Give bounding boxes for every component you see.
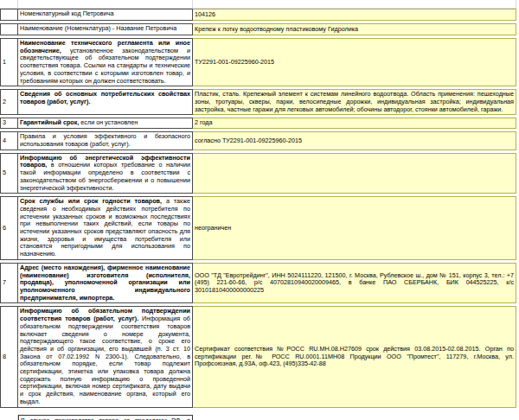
row-number-cell[interactable]: 7 xyxy=(0,263,18,304)
row-label-bold: Гарантийный срок, xyxy=(20,118,79,126)
table-row: 1 Наименование технического регламента и… xyxy=(0,38,519,86)
row-label-cell[interactable]: Наименование технического регламента или… xyxy=(18,38,193,86)
product-info-sheet: Номенклатурный код Петровича 104126 Наим… xyxy=(0,0,519,420)
row-label-text: Наименование (Номенклатура) - Название П… xyxy=(20,24,176,32)
footer-number-cell xyxy=(0,415,18,420)
table-row: 8 Информацию об обязательном подтвержден… xyxy=(0,306,519,407)
row-label-cell[interactable]: Информацию об обязательном подтверждении… xyxy=(18,306,193,407)
row-value-cell[interactable]: Сертификат соответствия №РОСС RU.МН.08.Н… xyxy=(193,306,516,407)
row-value-text: 104126 xyxy=(195,11,514,19)
table-row: 5 Информацию об энергетической эффективн… xyxy=(0,153,519,194)
table-body: Номенклатурный код Петровича 104126 Наим… xyxy=(0,9,519,408)
row-value-text: согласно ТУ2291-001-09225960-2015 xyxy=(195,137,514,145)
row-number: 1 xyxy=(3,59,6,67)
row-value-cell[interactable]: ТУ2291-001-09225960-2015 xyxy=(193,38,516,86)
row-value-cell[interactable]: Крепеж к лотку водоотводному пластиковом… xyxy=(193,23,516,35)
row-number: 6 xyxy=(3,225,6,232)
table-row: 6 Срок службы или срок годности товаров,… xyxy=(0,196,519,260)
row-value-cell[interactable]: Пластик, сталь. Крепежный элемент к сист… xyxy=(193,89,516,115)
row-label-text: а также сведения о необходимых действиях… xyxy=(20,197,190,258)
grid-cell xyxy=(18,0,193,9)
row-number-cell[interactable]: 8 xyxy=(0,306,18,407)
row-value-text: Крепеж к лотку водоотводному пластиковом… xyxy=(195,26,514,34)
row-label-bold: Срок службы или срок годности товаров, xyxy=(20,197,162,205)
table-row: 2 Сведения об основных потребительских с… xyxy=(0,89,519,115)
row-value-text: ООО "ТД "Евротрейдинг", ИНН 5024111220, … xyxy=(195,272,514,295)
row-number-cell[interactable]: 3 xyxy=(0,118,18,129)
table-row: 4 Правила и условия эффективного и безоп… xyxy=(0,131,519,150)
row-value-cell[interactable]: неограничен xyxy=(193,196,516,260)
row-number: 8 xyxy=(3,353,6,361)
row-value-cell[interactable]: ООО "ТД "Евротрейдинг", ИНН 5024111220, … xyxy=(193,263,516,304)
row-label-text: Номенклатурный код Петровича xyxy=(20,10,113,17)
row-value-text: Сертификат соответствия №РОСС RU.МН.08.Н… xyxy=(195,346,514,368)
footer-note-text: В случае производства товара за пределам… xyxy=(21,417,190,420)
row-number-cell[interactable]: 6 xyxy=(0,196,18,260)
row-label-cell[interactable]: Сведения об основных потребительских сво… xyxy=(18,89,193,115)
footer-note-row: В случае производства товара за пределам… xyxy=(0,415,519,420)
row-label-cell[interactable]: Номенклатурный код Петровича xyxy=(18,9,193,21)
row-number-cell[interactable] xyxy=(0,9,18,21)
row-label-text: Правила и условия эффективного и безопас… xyxy=(20,132,190,148)
row-label-cell[interactable]: Адрес (место нахождения), фирменное наим… xyxy=(18,263,193,304)
row-label-cell[interactable]: Гарантийный срок, если он установлен xyxy=(18,118,193,129)
table-row: 7 Адрес (место нахождения), фирменное на… xyxy=(0,263,519,304)
row-value-text: 2 года xyxy=(195,119,514,127)
row-label-text: если он установлен xyxy=(79,118,138,126)
row-number: 3 xyxy=(3,119,6,127)
row-number: 7 xyxy=(3,279,6,287)
grid-cell xyxy=(0,0,18,9)
row-label-text: Информация об обязательном подтверждении… xyxy=(20,315,190,405)
footer-empty-area xyxy=(193,415,519,420)
top-grid-strip xyxy=(0,0,519,9)
row-value-text: ТУ2291-001-09225960-2015 xyxy=(195,59,514,67)
row-number-cell[interactable]: 5 xyxy=(0,153,18,194)
row-number: 2 xyxy=(3,99,6,106)
row-label-cell[interactable]: Срок службы или срок годности товаров, а… xyxy=(18,196,193,260)
row-label-cell[interactable]: Правила и условия эффективного и безопас… xyxy=(18,131,193,150)
footer-note[interactable]: В случае производства товара за пределам… xyxy=(18,415,193,420)
row-value-cell[interactable]: 2 года xyxy=(193,118,516,129)
row-number-cell[interactable]: 2 xyxy=(0,89,18,115)
row-number-cell[interactable]: 1 xyxy=(0,38,18,86)
row-value-cell[interactable] xyxy=(193,153,516,194)
row-number-cell[interactable]: 4 xyxy=(0,131,18,150)
row-label-cell[interactable]: Информацию об энергетической эффективнос… xyxy=(18,153,193,194)
row-value-cell[interactable]: 104126 xyxy=(193,9,516,21)
table-row: 3 Гарантийный срок, если он установлен 2… xyxy=(0,118,519,129)
grid-cell xyxy=(193,0,516,9)
row-label-bold: Адрес (место нахождения), фирменное наим… xyxy=(20,264,190,302)
table-row: Наименование (Номенклатура) - Название П… xyxy=(0,23,519,35)
row-label-bold: Сведения об основных потребительских сво… xyxy=(20,90,190,105)
table-row: Номенклатурный код Петровича 104126 xyxy=(0,9,519,21)
row-value-cell[interactable]: согласно ТУ2291-001-09225960-2015 xyxy=(193,131,516,150)
row-value-text: Пластик, сталь. Крепежный элемент к сист… xyxy=(195,91,514,113)
row-number: 4 xyxy=(3,137,6,145)
row-label-cell[interactable]: Наименование (Номенклатура) - Название П… xyxy=(18,23,193,35)
row-value-text: неограничен xyxy=(195,225,514,232)
row-number-cell[interactable] xyxy=(0,23,18,35)
row-number: 5 xyxy=(3,169,6,177)
